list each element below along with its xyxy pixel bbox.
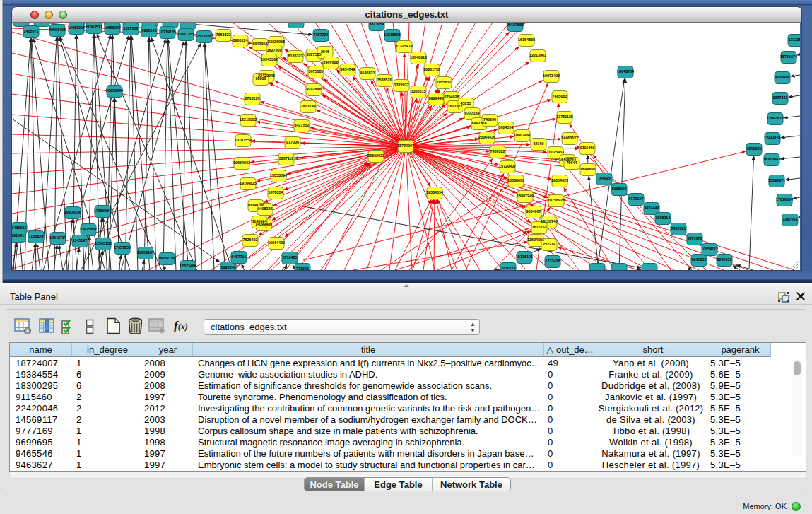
svg-text:16210643: 16210643 bbox=[763, 157, 780, 161]
svg-text:45215: 45215 bbox=[461, 101, 471, 105]
svg-text:3624554: 3624554 bbox=[499, 125, 514, 129]
svg-text:10958107: 10958107 bbox=[137, 250, 154, 255]
svg-text:3267110: 3267110 bbox=[279, 156, 294, 160]
svg-text:11325419: 11325419 bbox=[396, 44, 413, 48]
svg-text:10025433: 10025433 bbox=[547, 150, 564, 154]
svg-text:10671355: 10671355 bbox=[177, 32, 194, 36]
svg-text:1588520: 1588520 bbox=[377, 78, 392, 82]
svg-text:1140994: 1140994 bbox=[252, 219, 267, 223]
svg-text:15720407: 15720407 bbox=[499, 164, 516, 168]
svg-text:9245012: 9245012 bbox=[692, 257, 707, 262]
svg-text:16083395: 16083395 bbox=[68, 25, 85, 30]
svg-text:9457791: 9457791 bbox=[232, 255, 247, 259]
svg-text:15136141: 15136141 bbox=[516, 255, 533, 259]
svg-text:1435061: 1435061 bbox=[12, 226, 27, 230]
svg-text:1156829: 1156829 bbox=[29, 234, 44, 238]
svg-text:12323466: 12323466 bbox=[180, 264, 196, 268]
svg-text:10719155: 10719155 bbox=[159, 30, 176, 34]
svg-text:8938923: 8938923 bbox=[612, 187, 627, 191]
svg-text:9115460: 9115460 bbox=[580, 146, 595, 150]
svg-text:19654933: 19654933 bbox=[233, 160, 250, 165]
svg-text:10654112: 10654112 bbox=[701, 247, 718, 251]
svg-text:17957255: 17957255 bbox=[114, 245, 131, 250]
svg-text:1615152: 1615152 bbox=[532, 225, 547, 229]
svg-text:20187682: 20187682 bbox=[507, 23, 524, 27]
svg-text:391541: 391541 bbox=[12, 233, 24, 238]
svg-text:15692971: 15692971 bbox=[768, 178, 785, 182]
svg-text:1092346: 1092346 bbox=[221, 265, 236, 269]
svg-text:9227342: 9227342 bbox=[773, 95, 788, 100]
svg-text:8990448: 8990448 bbox=[429, 96, 444, 100]
svg-text:10688609: 10688609 bbox=[507, 178, 524, 182]
svg-text:12213963: 12213963 bbox=[529, 53, 546, 57]
svg-text:12342737: 12342737 bbox=[49, 235, 66, 240]
svg-text:15751074: 15751074 bbox=[780, 54, 797, 59]
svg-text:1405571: 1405571 bbox=[24, 29, 39, 33]
svg-text:10973493: 10973493 bbox=[543, 74, 560, 78]
svg-text:75644: 75644 bbox=[567, 160, 577, 165]
svg-text:8186323: 8186323 bbox=[288, 54, 303, 58]
svg-text:8912954: 8912954 bbox=[253, 42, 268, 46]
svg-text:23364436: 23364436 bbox=[478, 135, 495, 139]
svg-text:7485063: 7485063 bbox=[553, 94, 567, 98]
svg-text:6179197: 6179197 bbox=[629, 197, 644, 201]
svg-text:12093872: 12093872 bbox=[767, 116, 784, 120]
svg-text:21063521: 21063521 bbox=[86, 25, 102, 29]
svg-text:23975867: 23975867 bbox=[80, 227, 97, 231]
svg-text:98906: 98906 bbox=[256, 76, 266, 81]
svg-text:23302033: 23302033 bbox=[367, 153, 384, 158]
svg-text:9245612: 9245612 bbox=[717, 257, 732, 262]
svg-text:13640910: 13640910 bbox=[410, 55, 427, 59]
svg-text:12444151: 12444151 bbox=[764, 136, 781, 140]
svg-text:2935114: 2935114 bbox=[656, 216, 671, 220]
svg-text:9699695: 9699695 bbox=[581, 167, 596, 171]
svg-text:7357224: 7357224 bbox=[314, 33, 329, 37]
svg-text:7986322: 7986322 bbox=[490, 149, 505, 153]
svg-text:20206536: 20206536 bbox=[64, 210, 81, 214]
svg-text:3215935: 3215935 bbox=[747, 146, 762, 151]
svg-text:2546: 2546 bbox=[321, 49, 329, 54]
svg-text:13751125: 13751125 bbox=[556, 115, 573, 119]
svg-text:2718126: 2718126 bbox=[245, 96, 260, 100]
svg-text:18724007: 18724007 bbox=[397, 144, 414, 148]
svg-text:9498222: 9498222 bbox=[258, 206, 273, 211]
svg-text:19654923: 19654923 bbox=[551, 178, 568, 182]
svg-text:13218506: 13218506 bbox=[384, 33, 401, 37]
svg-text:917006: 917006 bbox=[286, 140, 299, 144]
svg-text:1076275: 1076275 bbox=[501, 266, 516, 270]
svg-text:2967608: 2967608 bbox=[324, 60, 339, 64]
svg-text:1312364: 1312364 bbox=[789, 37, 801, 42]
svg-text:10961758: 10961758 bbox=[423, 67, 440, 71]
svg-text:10107554: 10107554 bbox=[235, 138, 252, 142]
svg-text:8960124: 8960124 bbox=[233, 38, 248, 42]
svg-text:7663822: 7663822 bbox=[216, 33, 231, 37]
svg-text:10543362: 10543362 bbox=[261, 57, 278, 62]
svg-text:1145197: 1145197 bbox=[73, 238, 88, 243]
svg-text:252214: 252214 bbox=[543, 242, 555, 246]
svg-text:6966160: 6966160 bbox=[142, 28, 157, 33]
svg-text:8471676: 8471676 bbox=[688, 236, 702, 240]
svg-text:19166825: 19166825 bbox=[240, 181, 257, 185]
svg-text:9327505: 9327505 bbox=[307, 52, 322, 57]
svg-text:17359934: 17359934 bbox=[94, 209, 111, 213]
svg-text:9084067: 9084067 bbox=[526, 209, 541, 214]
svg-text:9129906: 9129906 bbox=[775, 75, 790, 79]
svg-text:7632621: 7632621 bbox=[671, 226, 686, 230]
svg-text:5678334: 5678334 bbox=[269, 190, 283, 194]
svg-text:62160: 62160 bbox=[534, 141, 544, 146]
svg-text:7625402: 7625402 bbox=[243, 238, 258, 242]
svg-text:8813054: 8813054 bbox=[370, 23, 384, 26]
svg-text:1527602: 1527602 bbox=[124, 26, 139, 30]
svg-text:20053346: 20053346 bbox=[106, 88, 123, 93]
svg-text:9242848: 9242848 bbox=[307, 87, 322, 91]
svg-text:16033809: 16033809 bbox=[288, 23, 305, 23]
svg-text:17016504: 17016504 bbox=[776, 197, 793, 201]
svg-text:7515526: 7515526 bbox=[197, 34, 212, 38]
svg-text:3675685: 3675685 bbox=[309, 69, 324, 74]
svg-text:16120746: 16120746 bbox=[541, 219, 558, 223]
svg-text:6794028: 6794028 bbox=[445, 95, 459, 99]
svg-text:19384554: 19384554 bbox=[426, 190, 443, 194]
svg-text:773646: 773646 bbox=[296, 267, 309, 270]
svg-text:13524851: 13524851 bbox=[527, 238, 544, 242]
svg-text:16782759: 16782759 bbox=[158, 256, 175, 260]
